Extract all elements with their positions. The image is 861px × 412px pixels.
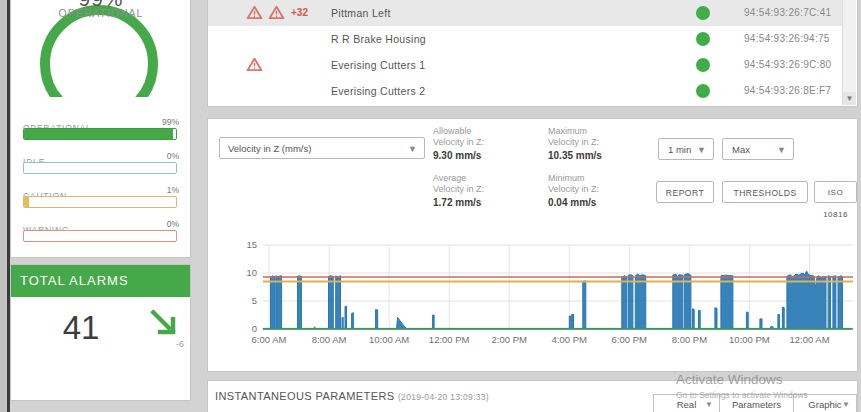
- instantaneous-parameters-title: INSTANTANEOUS PARAMETERS (2019-04-20 13:…: [215, 390, 489, 402]
- total-alarms-panel: TOTAL ALARMS 41 -6: [10, 264, 191, 401]
- machine-row-everising-cutters-1[interactable]: Everising Cutters 1 94:54:93:26:9C:80: [208, 52, 845, 78]
- stat-maximum: Maximum Velocity in Z: 10.35 mm/s: [548, 126, 658, 161]
- stat-value: 9.30 mm/s: [433, 150, 543, 161]
- machine-mac: 94:54:93:26:7C:41: [744, 7, 831, 18]
- svg-text:10:00 AM: 10:00 AM: [369, 334, 409, 345]
- machine-row-rr-brake-housing[interactable]: R R Brake Housing 94:54:93:26:94:75: [208, 26, 845, 52]
- stat-label: Average: [433, 173, 543, 184]
- stat-label: Velocity in Z:: [548, 184, 658, 195]
- chevron-down-icon: ▼: [842, 395, 850, 412]
- status-bar-track: [23, 196, 177, 208]
- status-dot-icon: [696, 6, 710, 20]
- alarms-delta: -6: [176, 339, 184, 349]
- stat-minimum: Minimum Velocity in Z: 0.04 mm/s: [548, 173, 658, 208]
- aggregation-dropdown-value: Max: [732, 144, 750, 155]
- parameters-button[interactable]: Parameters: [719, 394, 794, 412]
- real-dropdown[interactable]: Real ▼: [653, 394, 720, 412]
- machine-mac: 94:54:93:26:9C:80: [744, 59, 831, 70]
- scroll-down-arrow-icon[interactable]: ▼: [843, 92, 856, 105]
- stat-value: 0.04 mm/s: [548, 197, 658, 208]
- gauge-label: OPERATIONAL: [11, 7, 191, 19]
- machine-status-panel: 99% OPERATIONAL OPERATIONAL 99% IDLE 0% …: [10, 0, 191, 258]
- report-button[interactable]: REPORT: [656, 181, 714, 203]
- machine-list-panel: +32 Pittman Left 94:54:93:26:7C:41 R R B…: [207, 0, 858, 107]
- svg-text:8:00 PM: 8:00 PM: [672, 334, 707, 345]
- velocity-time-chart: 6:00 AM8:00 AM10:00 AM12:00 PM2:00 PM4:0…: [229, 237, 857, 367]
- graphic-dropdown[interactable]: Graphic ▼: [793, 394, 857, 412]
- dashboard: 99% OPERATIONAL OPERATIONAL 99% IDLE 0% …: [0, 0, 861, 412]
- trend-down-arrow-icon: [148, 307, 178, 337]
- panel-timestamp: (2019-04-20 13:09:33): [398, 392, 489, 402]
- status-bar-fill: [24, 197, 29, 207]
- stat-label: Allowable: [433, 126, 543, 137]
- status-dot-icon: [696, 84, 710, 98]
- svg-text:2:00 PM: 2:00 PM: [492, 334, 527, 345]
- machine-list-scrollbar[interactable]: ▼: [842, 0, 856, 105]
- total-alarms-count: 41: [41, 309, 121, 347]
- machine-name: Everising Cutters 2: [331, 85, 425, 97]
- svg-text:15: 15: [246, 239, 257, 250]
- svg-text:8:00 AM: 8:00 AM: [312, 334, 347, 345]
- parameters-button-label: Parameters: [732, 399, 781, 410]
- aggregation-dropdown[interactable]: Max ▼: [722, 138, 794, 160]
- stat-allowable: Allowable Velocity in Z: 9.30 mm/s: [433, 126, 543, 161]
- svg-text:10:00 PM: 10:00 PM: [729, 334, 770, 345]
- thresholds-button[interactable]: THRESHOLDS: [722, 181, 808, 203]
- status-bar-idle: IDLE 0%: [23, 151, 179, 181]
- svg-text:12:00 PM: 12:00 PM: [429, 334, 470, 345]
- svg-text:5: 5: [252, 295, 257, 306]
- machine-name: Pittman Left: [331, 7, 391, 19]
- status-bar-warning: WARNING 0%: [23, 219, 179, 249]
- stat-value: 10.35 mm/s: [548, 150, 658, 161]
- total-alarms-header: TOTAL ALARMS: [11, 265, 190, 297]
- machine-mac: 94:54:93:26:8E:F7: [744, 85, 831, 96]
- svg-text:12:00 AM: 12:00 AM: [789, 334, 829, 345]
- svg-text:6:00 PM: 6:00 PM: [612, 334, 647, 345]
- stat-average: Average Velocity in Z: 1.72 mm/s: [433, 173, 543, 208]
- interval-dropdown-value: 1 min: [668, 144, 691, 155]
- left-rail: [0, 0, 7, 412]
- chevron-down-icon: ▼: [705, 395, 713, 412]
- status-bar-value: 0%: [167, 219, 179, 229]
- interval-dropdown[interactable]: 1 min ▼: [658, 138, 714, 160]
- status-bar-track: [23, 230, 177, 242]
- svg-text:6:00 AM: 6:00 AM: [252, 334, 287, 345]
- machine-row-pittman-left[interactable]: +32 Pittman Left 94:54:93:26:7C:41: [208, 0, 845, 26]
- status-bar-caution: CAUTION 1%: [23, 185, 179, 215]
- stat-value: 1.72 mm/s: [433, 197, 543, 208]
- status-bar-value: 1%: [167, 185, 179, 195]
- machine-name: Everising Cutters 1: [331, 59, 425, 71]
- status-bar-fill: [24, 129, 173, 139]
- status-dot-icon: [696, 32, 710, 46]
- svg-text:0: 0: [252, 323, 257, 334]
- stat-label: Velocity in Z:: [548, 137, 658, 148]
- stat-label: Velocity in Z:: [433, 184, 543, 195]
- graphic-dropdown-value: Graphic: [808, 399, 841, 410]
- metric-dropdown[interactable]: Velocity in Z (mm/s) ▼: [219, 137, 425, 159]
- machine-name: R R Brake Housing: [331, 33, 426, 45]
- chevron-down-icon: ▼: [408, 138, 417, 160]
- alert-count-badge: +32: [291, 7, 308, 18]
- status-bar-operational: OPERATIONAL 99%: [23, 117, 179, 147]
- machine-row-everising-cutters-2[interactable]: Everising Cutters 2 94:54:93:26:8E:F7: [208, 78, 845, 104]
- svg-text:4:00 PM: 4:00 PM: [552, 334, 587, 345]
- velocity-panel: Velocity in Z (mm/s) ▼ Allowable Velocit…: [207, 118, 858, 372]
- panel-title-text: INSTANTANEOUS PARAMETERS: [215, 390, 395, 402]
- svg-text:10: 10: [246, 267, 257, 278]
- instantaneous-parameters-panel: INSTANTANEOUS PARAMETERS (2019-04-20 13:…: [207, 380, 858, 412]
- warning-triangle-icon: [268, 5, 285, 20]
- machine-mac: 94:54:93:26:94:75: [744, 33, 830, 44]
- status-bar-track: [23, 162, 177, 174]
- stat-label: Maximum: [548, 126, 658, 137]
- status-dot-icon: [696, 58, 710, 72]
- warning-triangle-icon: [246, 5, 263, 20]
- stat-label: Minimum: [548, 173, 658, 184]
- metric-dropdown-value: Velocity in Z (mm/s): [228, 143, 311, 154]
- status-bar-value: 0%: [167, 151, 179, 161]
- warning-triangle-icon: [246, 57, 263, 72]
- iso-10816-button[interactable]: ISO 10816: [814, 181, 857, 203]
- real-dropdown-value: Real: [677, 399, 697, 410]
- chevron-down-icon: ▼: [777, 139, 786, 161]
- chevron-down-icon: ▼: [697, 139, 706, 161]
- status-bar-track: [23, 128, 177, 140]
